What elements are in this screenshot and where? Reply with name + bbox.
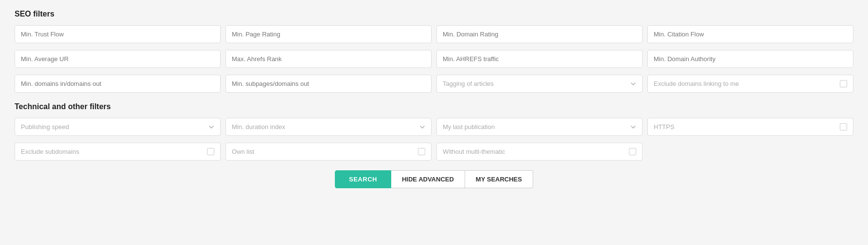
seo-section-title: SEO filters (15, 10, 853, 18)
min-duration-index-label: Min. duration index (232, 123, 285, 131)
min-domains-in-out-input[interactable] (15, 75, 221, 93)
publishing-speed-dropdown[interactable]: Publishing speed (15, 118, 221, 136)
technical-section-title: Technical and other filters (15, 102, 853, 111)
hide-advanced-button[interactable]: HIDE ADVANCED (391, 170, 465, 188)
chevron-down-icon (630, 124, 636, 130)
https-row[interactable]: HTTPS (647, 118, 853, 136)
exclude-domains-row[interactable]: Exclude domains linking to me (647, 75, 853, 93)
my-last-publication-label: My last publication (443, 123, 495, 131)
min-domain-rating-input[interactable] (436, 25, 642, 43)
exclude-domains-label: Exclude domains linking to me (654, 80, 739, 87)
https-label: HTTPS (654, 123, 675, 131)
my-searches-button[interactable]: MY SEARCHES (465, 170, 533, 188)
min-citation-flow-input[interactable] (647, 25, 853, 43)
exclude-subdomains-row[interactable]: Exclude subdomains (15, 143, 221, 161)
min-duration-index-dropdown[interactable]: Min. duration index (226, 118, 432, 136)
chevron-down-icon (208, 124, 214, 130)
own-list-label: Own list (232, 148, 254, 155)
chevron-down-icon (630, 81, 636, 87)
min-domain-authority-input[interactable] (647, 50, 853, 68)
min-ahrefs-traffic-input[interactable] (436, 50, 642, 68)
tagging-articles-dropdown[interactable]: Tagging of articles (436, 75, 642, 93)
min-page-rating-input[interactable] (226, 25, 432, 43)
publishing-speed-label: Publishing speed (21, 123, 69, 131)
own-list-row[interactable]: Own list (226, 143, 432, 161)
min-subpages-domains-out-input[interactable] (226, 75, 432, 93)
max-ahrefs-rank-input[interactable] (226, 50, 432, 68)
chevron-down-icon (419, 124, 425, 130)
min-average-ur-input[interactable] (15, 50, 221, 68)
https-checkbox[interactable] (840, 123, 847, 131)
without-multi-thematic-checkbox[interactable] (629, 148, 636, 155)
exclude-subdomains-label: Exclude subdomains (21, 148, 79, 155)
min-trust-flow-input[interactable] (15, 25, 221, 43)
my-last-publication-dropdown[interactable]: My last publication (436, 118, 642, 136)
exclude-domains-checkbox[interactable] (840, 80, 847, 87)
search-button[interactable]: SEARCH (335, 170, 391, 188)
without-multi-thematic-row[interactable]: Without multi-thematic (436, 143, 642, 161)
tagging-articles-label: Tagging of articles (443, 80, 494, 87)
without-multi-thematic-label: Without multi-thematic (443, 148, 505, 155)
action-buttons: SEARCH HIDE ADVANCED MY SEARCHES (15, 170, 853, 188)
own-list-checkbox[interactable] (418, 148, 425, 155)
exclude-subdomains-checkbox[interactable] (207, 148, 214, 155)
